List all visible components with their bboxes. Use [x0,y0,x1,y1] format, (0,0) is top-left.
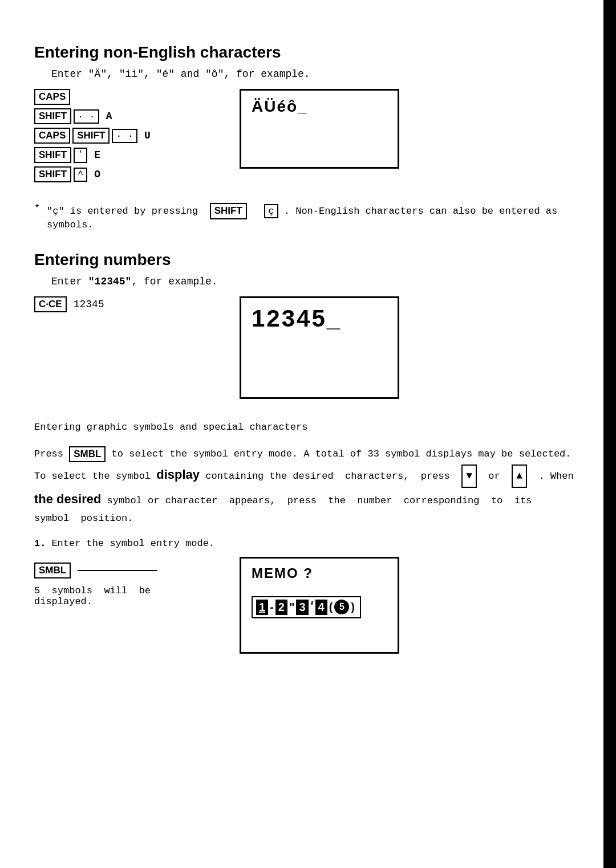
up-arrow-key[interactable]: ▲ [512,464,527,487]
letter-o: O [94,169,100,180]
key-row-2: SHIFT · · A [34,108,217,124]
key-row-4: SHIFT ʹ E [34,147,217,163]
non-english-section: Entering non-English characters Enter "Ä… [34,43,582,186]
sym-quote: " [287,601,296,614]
display-word: display [156,467,200,482]
numbers-display: 12345_ [240,296,582,399]
symbol-lcd: MEMO ? 1 - 2 " 3 ʹ 4 ( 5 [240,557,399,654]
numbers-layout: C·CE 12345 12345_ [34,296,582,399]
letter-e: E [94,149,100,161]
step-1-keys: SMBL 5 symbols will be displayed. [34,557,217,654]
shift-key-4[interactable]: SHIFT [34,166,71,182]
right-bar [603,0,616,868]
shift-key-footnote[interactable]: SHIFT [210,203,247,219]
numbers-subtext: Enter "12345", for example. [34,276,582,287]
sym-1: 1 [256,600,268,615]
graphic-symbols-para: Press SMBL to select the symbol entry mo… [34,446,582,527]
smbl-key[interactable]: SMBL [34,563,71,578]
symbol-bar-container: 1 - 2 " 3 ʹ 4 ( 5 ) [252,596,387,618]
graphic-symbols-section: Entering graphic symbols and special cha… [34,419,582,654]
shift-key-3[interactable]: SHIFT [34,147,71,163]
numbers-keys: C·CE 12345 [34,296,217,399]
key-row-5: SHIFT ^ O [34,166,217,182]
caps-key-1[interactable]: CAPS [34,89,70,105]
sym-paren-open: ( [327,601,335,614]
letter-a: A [106,111,112,122]
graphic-symbols-intro: Entering graphic symbols and special cha… [34,419,582,436]
numbers-lcd: 12345_ [240,296,399,399]
the-desired-words: the desired [34,492,101,506]
footnote-text: "ç" is entered by pressing SHIFT ç . Non… [47,203,582,230]
non-english-layout: CAPS SHIFT · · A CAPS SHIFT · · U S [34,89,582,186]
step-1-display: MEMO ? 1 - 2 " 3 ʹ 4 ( 5 [240,557,582,654]
sym-3: 3 [296,600,308,615]
smbl-key-para[interactable]: SMBL [69,446,106,462]
sym-2: 2 [275,600,287,615]
letter-u: U [144,130,151,141]
non-english-heading: Entering non-English characters [34,43,582,62]
step-1-num: 1. [34,538,46,549]
sym-apos: ʹ [309,600,315,614]
footnote-star: * [34,203,42,214]
cce-key[interactable]: C·CE [34,296,67,312]
footnote: * "ç" is entered by pressing SHIFT ç . N… [34,203,582,230]
umlaut-key-2[interactable]: · · [112,129,137,143]
down-arrow-key[interactable]: ▼ [461,464,477,487]
step-1-layout: SMBL 5 symbols will be displayed. MEMO ?… [34,557,582,654]
smbl-line [78,570,157,571]
sym-dash: - [268,601,275,614]
non-english-display: ÄÜéô_ [240,89,582,186]
numbers-section: Entering numbers Enter "12345", for exam… [34,251,582,399]
non-english-lcd: ÄÜéô_ [240,89,399,169]
cce-value: 12345 [74,299,104,310]
caret-key[interactable]: ^ [74,168,87,182]
non-english-subtext: Enter "Ä", "ii", "é" and "ô", for exampl… [34,68,582,80]
sym-5: 5 [334,600,349,614]
shift-key-1[interactable]: SHIFT [34,108,71,124]
cce-row: C·CE 12345 [34,296,217,312]
caps-key-2[interactable]: CAPS [34,128,70,144]
numbers-lcd-text: 12345_ [252,305,387,332]
smbl-row: SMBL [34,563,217,578]
shift-key-2[interactable]: SHIFT [72,128,110,144]
key-row-1: CAPS [34,89,217,105]
umlaut-key-1[interactable]: · · [74,109,99,124]
page-content: Entering non-English characters Enter "Ä… [34,43,582,654]
sym-4: 4 [315,600,327,615]
symbol-bar: 1 - 2 " 3 ʹ 4 ( 5 ) [252,596,361,618]
sym-paren-close: ) [349,601,356,614]
numbers-heading: Entering numbers [34,251,582,269]
key-row-3: CAPS SHIFT · · U [34,128,217,144]
non-english-lcd-text: ÄÜéô_ [252,97,387,116]
step-1-text: Enter the symbol entry mode. [51,538,214,549]
step-1: 1. Enter the symbol entry mode. [34,538,582,549]
cedilla-key[interactable]: ç [264,204,278,218]
five-symbols-text: 5 symbols will be displayed. [34,585,217,607]
non-english-keys: CAPS SHIFT · · A CAPS SHIFT · · U S [34,89,217,186]
accent-key[interactable]: ʹ [74,148,87,163]
memo-text: MEMO ? [252,565,387,581]
